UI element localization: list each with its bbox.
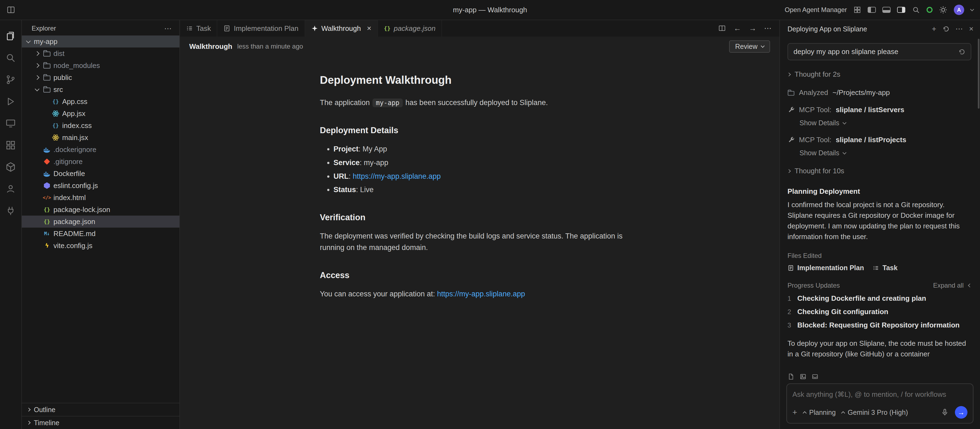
model-picker[interactable]: Gemini 3 Pro (High) [842, 408, 908, 416]
progress-item[interactable]: 2 Checking Git configuration [788, 308, 971, 316]
toggle-right-sidebar-icon[interactable] [897, 7, 905, 13]
tree-item-vite-config[interactable]: ϟ vite.config.js [22, 239, 180, 252]
chevron-up-icon [802, 411, 806, 415]
css-icon: {} [52, 99, 59, 104]
tab-task[interactable]: Task [180, 20, 217, 37]
tree-item-dockerignore[interactable]: .dockerignore [22, 144, 180, 156]
update-status-icon[interactable] [927, 7, 932, 13]
mode-picker[interactable]: Planning [803, 408, 836, 416]
chat-more-actions-icon[interactable]: ⋯ [955, 25, 963, 33]
access-url-link[interactable]: https://my-app.sliplane.app [437, 290, 525, 298]
chat-scrollbar[interactable] [978, 39, 980, 108]
inbox-icon[interactable] [811, 373, 819, 380]
avatar[interactable]: A [954, 5, 964, 15]
search-sidebar-icon[interactable] [0, 47, 22, 69]
explorer-icon[interactable] [0, 25, 22, 47]
progress-item[interactable]: 1 Checking Dockerfile and creating plan [788, 294, 971, 303]
settings-gear-icon[interactable] [939, 6, 947, 14]
microphone-icon[interactable] [941, 408, 949, 416]
tree-root-my-app[interactable]: my-app [22, 35, 180, 48]
tab-implementation-plan[interactable]: Implementation Plan [217, 20, 305, 37]
folder-icon [43, 76, 51, 80]
navigate-back-icon[interactable]: ← [733, 25, 741, 32]
editor-more-actions-icon[interactable]: ⋯ [764, 25, 772, 32]
progress-item[interactable]: 3 Blocked: Requesting Git Repository inf… [788, 321, 971, 329]
account-chevron-down-icon[interactable] [970, 7, 974, 11]
tree-item-index-css[interactable]: {} index.css [22, 120, 180, 132]
show-details-toggle[interactable]: Show Details [800, 149, 971, 157]
source-control-icon[interactable] [0, 69, 22, 91]
tree-item-index-html[interactable]: </> index.html [22, 191, 180, 204]
chat-input[interactable] [792, 390, 967, 399]
tree-item-dockerfile[interactable]: Dockerfile [22, 167, 180, 180]
run-debug-icon[interactable] [0, 91, 22, 112]
show-details-toggle[interactable]: Show Details [800, 119, 971, 127]
chat-history-icon[interactable] [942, 26, 950, 32]
chevron-down-icon [843, 120, 846, 124]
tree-item-package-lock-json[interactable]: {} package-lock.json [22, 204, 180, 215]
cube-extension-icon[interactable] [0, 156, 22, 178]
tree-item-node-modules[interactable]: node_modules [22, 59, 180, 72]
user-message[interactable]: deploy my app on sliplane please [788, 43, 971, 60]
chat-composer: + Planning Gemini 3 Pro (High) → [780, 370, 980, 429]
file-chip-task[interactable]: Task [873, 264, 897, 272]
deployment-url-link[interactable]: https://my-app.sliplane.app [353, 172, 441, 180]
restore-checkpoint-icon[interactable] [958, 48, 965, 56]
eslint-icon [44, 182, 50, 189]
toggle-bottom-panel-icon[interactable] [882, 7, 891, 13]
agent-chat-panel: Deploying App on Sliplane + ⋯ × deploy m… [779, 20, 980, 429]
html-icon: </> [43, 195, 51, 200]
attach-file-icon[interactable] [788, 373, 795, 380]
file-chip-implementation-plan[interactable]: Implementation Plan [788, 264, 864, 272]
tree-item-app-css[interactable]: {} App.css [22, 96, 180, 107]
tree-item-main-jsx[interactable]: main.jsx [22, 132, 180, 144]
remote-plug-icon[interactable] [0, 200, 22, 222]
close-tab-icon[interactable]: × [367, 24, 371, 33]
markdown-content: Deployment Walkthrough The applicationmy… [180, 56, 779, 429]
tree-item-package-json[interactable]: {} package.json [22, 215, 180, 228]
app-logo-icon[interactable] [6, 5, 15, 14]
attach-image-icon[interactable] [800, 373, 807, 380]
remote-explorer-icon[interactable] [0, 112, 22, 134]
grid-layout-icon[interactable] [853, 6, 861, 14]
send-button[interactable]: → [955, 406, 967, 419]
toggle-left-sidebar-icon[interactable] [868, 7, 876, 13]
wrench-icon [788, 136, 795, 144]
tab-walkthrough[interactable]: Walkthrough × [305, 20, 378, 37]
send-arrow-icon: → [958, 408, 965, 417]
task-icon [186, 25, 193, 32]
outline-section[interactable]: Outline [22, 403, 180, 416]
app-window: my-app — Walkthrough Open Agent Manager … [0, 0, 980, 429]
chevron-right-icon [787, 72, 791, 76]
split-editor-icon[interactable] [718, 25, 726, 32]
react-icon [52, 134, 59, 141]
explorer-more-actions-icon[interactable]: ⋯ [164, 24, 172, 33]
chat-input-box[interactable]: + Planning Gemini 3 Pro (High) → [786, 383, 974, 424]
expand-all-button[interactable]: Expand all [933, 282, 964, 289]
thought-row[interactable]: Thought for 10s [788, 167, 971, 175]
tree-item-gitignore[interactable]: .gitignore [22, 156, 180, 167]
open-agent-manager-button[interactable]: Open Agent Manager [785, 6, 847, 14]
mcp-tool-row[interactable]: MCP Tool: sliplane / listProjects [788, 136, 971, 144]
thought-row[interactable]: Thought for 2s [788, 70, 971, 78]
timeline-section[interactable]: Timeline [22, 416, 180, 429]
tab-package-json[interactable]: {} package.json [378, 20, 442, 37]
add-context-icon[interactable]: + [792, 408, 797, 416]
tree-item-app-jsx[interactable]: App.jsx [22, 107, 180, 120]
tree-item-eslint-config[interactable]: eslint.config.js [22, 180, 180, 191]
new-chat-icon[interactable]: + [932, 25, 936, 33]
tree-item-src[interactable]: src [22, 83, 180, 96]
navigate-forward-icon[interactable]: → [749, 25, 756, 32]
extensions-icon[interactable] [0, 134, 22, 156]
tree-item-public[interactable]: public [22, 72, 180, 83]
chevron-up-icon [841, 411, 845, 415]
analyzed-row[interactable]: Analyzed ~/Projects/my-app [788, 88, 971, 97]
tree-item-readme-md[interactable]: M↓ README.md [22, 228, 180, 239]
collapse-icon[interactable] [968, 284, 972, 287]
review-button[interactable]: Review [729, 40, 770, 53]
close-panel-icon[interactable]: × [969, 25, 974, 33]
search-icon[interactable] [912, 6, 920, 14]
mcp-tool-row[interactable]: MCP Tool: sliplane / listServers [788, 105, 971, 114]
account-icon[interactable] [0, 178, 22, 200]
tree-item-dist[interactable]: dist [22, 48, 180, 59]
